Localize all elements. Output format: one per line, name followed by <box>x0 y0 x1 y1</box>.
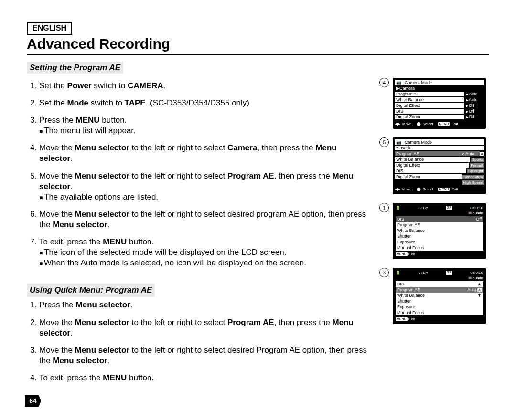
steps-list-2: Press the Menu selector. Move the Menu s… <box>30 300 371 383</box>
lcd-screen-3: 🔋 STBY SP 0:00:10 📼 60min DIS▲ Program A… <box>393 268 486 324</box>
lcd-screen-6: 📷Camera Mode ↶ Back Program AEAutoA Whit… <box>393 137 486 194</box>
step-badge-6: 6 <box>379 137 389 147</box>
step-7: To exit, press the MENU button. ■The ico… <box>39 237 371 268</box>
step-3: Press the MENU button. ■The menu list wi… <box>39 115 371 136</box>
page-number-badge: 64 <box>25 395 41 407</box>
section-heading-2: Using Quick Menu: Program AE <box>27 284 155 297</box>
step-4: Move the Menu selector to the left or ri… <box>39 143 371 164</box>
step-badge-1: 1 <box>379 203 389 212</box>
language-label: ENGLISH <box>27 22 72 35</box>
lcd-screen-4: 📷Camera Mode ▶Camera Program AEAuto Whit… <box>393 78 486 129</box>
step-6: Move the Menu selector to the left or ri… <box>39 209 371 230</box>
step-badge-3: 3 <box>379 268 389 277</box>
step-5: Move the Menu selector to the left or ri… <box>39 171 371 202</box>
section-heading-1: Setting the Program AE <box>27 62 123 74</box>
step-1: Set the Power switch to CAMERA. <box>39 81 371 91</box>
steps-list-1: Set the Power switch to CAMERA. Set the … <box>30 81 371 268</box>
qstep-4: To exit, press the MENU button. <box>39 373 371 383</box>
page-title: Advanced Recording <box>27 36 489 55</box>
qstep-3: Move the Menu selector to the left or ri… <box>39 345 371 366</box>
qstep-1: Press the Menu selector. <box>39 300 371 310</box>
screen-illustrations: 4 📷Camera Mode ▶Camera Program AEAuto Wh… <box>379 78 489 390</box>
lcd-screen-1: 🔋 STBY SP 0:00:10 📼 60min DISOff Program… <box>393 203 486 259</box>
step-badge-4: 4 <box>379 78 389 87</box>
qstep-2: Move the Menu selector to the left or ri… <box>39 317 371 338</box>
step-2: Set the Mode switch to TAPE. (SC-D353/D3… <box>39 98 371 108</box>
